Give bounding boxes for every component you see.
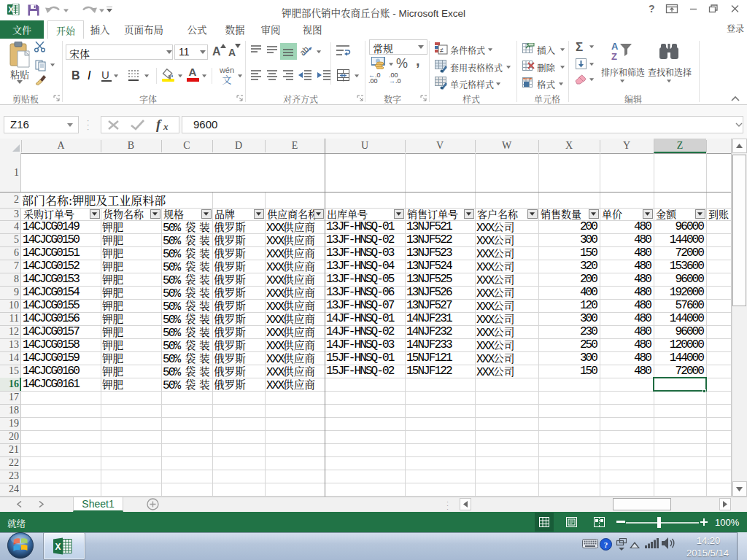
svg-text:?: ? [604, 540, 608, 549]
svg-text:A: A [611, 41, 619, 52]
svg-text:?: ? [649, 3, 655, 15]
svg-text:Z: Z [611, 51, 617, 61]
svg-text:f: f [156, 118, 162, 132]
svg-text:X: X [55, 542, 61, 552]
svg-text:≠: ≠ [440, 47, 444, 54]
svg-text:x: x [163, 121, 169, 132]
